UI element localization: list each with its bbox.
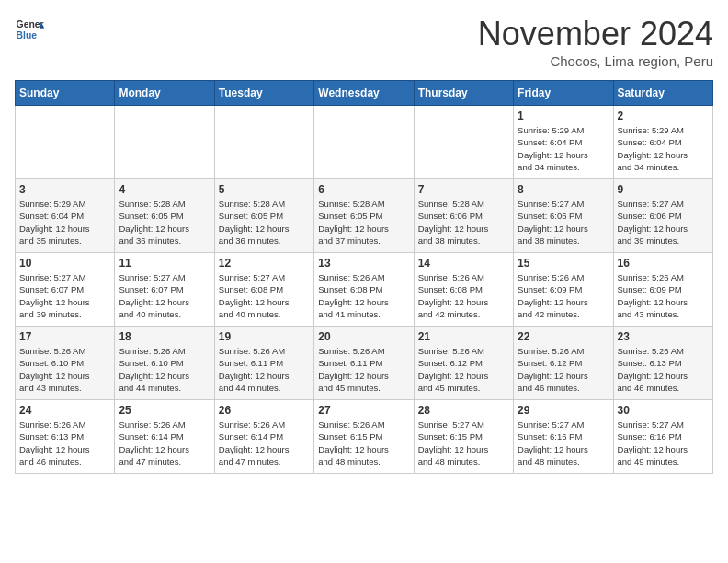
- day-info: Sunrise: 5:27 AM Sunset: 6:07 PM Dayligh…: [19, 271, 110, 320]
- day-cell: 14Sunrise: 5:26 AM Sunset: 6:08 PM Dayli…: [414, 253, 513, 327]
- week-row-5: 24Sunrise: 5:26 AM Sunset: 6:13 PM Dayli…: [16, 400, 713, 474]
- day-cell: 7Sunrise: 5:28 AM Sunset: 6:06 PM Daylig…: [414, 179, 513, 253]
- day-cell: 22Sunrise: 5:26 AM Sunset: 6:12 PM Dayli…: [514, 327, 613, 400]
- day-cell: 10Sunrise: 5:27 AM Sunset: 6:07 PM Dayli…: [16, 253, 115, 327]
- day-number: 29: [518, 404, 609, 417]
- day-number: 11: [119, 257, 210, 270]
- day-number: 27: [318, 404, 409, 417]
- day-header-sunday: Sunday: [16, 81, 115, 106]
- day-cell: 4Sunrise: 5:28 AM Sunset: 6:05 PM Daylig…: [115, 179, 214, 253]
- day-info: Sunrise: 5:26 AM Sunset: 6:14 PM Dayligh…: [119, 419, 210, 467]
- day-info: Sunrise: 5:26 AM Sunset: 6:12 PM Dayligh…: [418, 345, 509, 394]
- day-number: 10: [19, 257, 110, 270]
- day-info: Sunrise: 5:26 AM Sunset: 6:13 PM Dayligh…: [19, 419, 110, 467]
- day-cell: 20Sunrise: 5:26 AM Sunset: 6:11 PM Dayli…: [314, 327, 414, 400]
- day-number: 19: [219, 330, 310, 343]
- day-info: Sunrise: 5:26 AM Sunset: 6:15 PM Dayligh…: [318, 419, 409, 467]
- day-cell: 15Sunrise: 5:26 AM Sunset: 6:09 PM Dayli…: [514, 253, 613, 327]
- day-cell: 2Sunrise: 5:29 AM Sunset: 6:04 PM Daylig…: [613, 106, 712, 179]
- day-number: 18: [119, 330, 210, 343]
- day-number: 4: [119, 183, 210, 196]
- day-cell: [115, 106, 214, 179]
- title-area: November 2024 Chocos, Lima region, Peru: [478, 15, 713, 69]
- day-cell: 19Sunrise: 5:26 AM Sunset: 6:11 PM Dayli…: [214, 327, 313, 400]
- day-cell: 16Sunrise: 5:26 AM Sunset: 6:09 PM Dayli…: [613, 253, 712, 327]
- day-info: Sunrise: 5:27 AM Sunset: 6:16 PM Dayligh…: [518, 419, 609, 467]
- day-number: 17: [19, 330, 110, 343]
- day-info: Sunrise: 5:26 AM Sunset: 6:08 PM Dayligh…: [318, 271, 409, 320]
- day-number: 6: [318, 183, 409, 196]
- day-cell: 23Sunrise: 5:26 AM Sunset: 6:13 PM Dayli…: [613, 327, 712, 400]
- day-number: 23: [618, 330, 709, 343]
- day-info: Sunrise: 5:26 AM Sunset: 6:13 PM Dayligh…: [618, 345, 709, 394]
- day-number: 2: [618, 109, 709, 122]
- day-cell: 29Sunrise: 5:27 AM Sunset: 6:16 PM Dayli…: [514, 400, 613, 474]
- day-number: 22: [518, 330, 609, 343]
- day-info: Sunrise: 5:27 AM Sunset: 6:06 PM Dayligh…: [518, 198, 609, 247]
- day-number: 9: [618, 183, 709, 196]
- week-row-2: 3Sunrise: 5:29 AM Sunset: 6:04 PM Daylig…: [16, 179, 713, 253]
- day-info: Sunrise: 5:29 AM Sunset: 6:04 PM Dayligh…: [518, 124, 609, 173]
- day-info: Sunrise: 5:26 AM Sunset: 6:09 PM Dayligh…: [518, 271, 609, 320]
- day-cell: 30Sunrise: 5:27 AM Sunset: 6:16 PM Dayli…: [613, 400, 712, 474]
- day-number: 30: [618, 404, 709, 417]
- day-info: Sunrise: 5:27 AM Sunset: 6:16 PM Dayligh…: [618, 419, 709, 467]
- day-cell: [16, 106, 115, 179]
- week-row-3: 10Sunrise: 5:27 AM Sunset: 6:07 PM Dayli…: [16, 253, 713, 327]
- day-info: Sunrise: 5:28 AM Sunset: 6:05 PM Dayligh…: [219, 198, 310, 247]
- day-cell: [414, 106, 513, 179]
- day-cell: 21Sunrise: 5:26 AM Sunset: 6:12 PM Dayli…: [414, 327, 513, 400]
- day-info: Sunrise: 5:28 AM Sunset: 6:06 PM Dayligh…: [418, 198, 509, 247]
- month-title: November 2024: [478, 15, 713, 53]
- day-info: Sunrise: 5:26 AM Sunset: 6:09 PM Dayligh…: [618, 271, 709, 320]
- day-info: Sunrise: 5:28 AM Sunset: 6:05 PM Dayligh…: [318, 198, 409, 247]
- day-number: 13: [318, 257, 409, 270]
- day-cell: 11Sunrise: 5:27 AM Sunset: 6:07 PM Dayli…: [115, 253, 214, 327]
- day-header-monday: Monday: [115, 81, 214, 106]
- day-info: Sunrise: 5:27 AM Sunset: 6:06 PM Dayligh…: [618, 198, 709, 247]
- day-number: 5: [219, 183, 310, 196]
- logo: General Blue: [15, 15, 44, 44]
- day-cell: 3Sunrise: 5:29 AM Sunset: 6:04 PM Daylig…: [16, 179, 115, 253]
- subtitle: Chocos, Lima region, Peru: [478, 53, 713, 69]
- day-number: 20: [318, 330, 409, 343]
- day-number: 21: [418, 330, 509, 343]
- day-cell: 26Sunrise: 5:26 AM Sunset: 6:14 PM Dayli…: [214, 400, 313, 474]
- day-info: Sunrise: 5:26 AM Sunset: 6:12 PM Dayligh…: [518, 345, 609, 394]
- day-number: 8: [518, 183, 609, 196]
- day-number: 26: [219, 404, 310, 417]
- day-info: Sunrise: 5:26 AM Sunset: 6:10 PM Dayligh…: [119, 345, 210, 394]
- svg-text:Blue: Blue: [17, 30, 38, 40]
- day-header-thursday: Thursday: [414, 81, 513, 106]
- day-cell: 1Sunrise: 5:29 AM Sunset: 6:04 PM Daylig…: [514, 106, 613, 179]
- day-cell: 9Sunrise: 5:27 AM Sunset: 6:06 PM Daylig…: [613, 179, 712, 253]
- day-info: Sunrise: 5:26 AM Sunset: 6:08 PM Dayligh…: [418, 271, 509, 320]
- day-cell: 25Sunrise: 5:26 AM Sunset: 6:14 PM Dayli…: [115, 400, 214, 474]
- day-cell: [314, 106, 414, 179]
- day-cell: 12Sunrise: 5:27 AM Sunset: 6:08 PM Dayli…: [214, 253, 313, 327]
- day-cell: 5Sunrise: 5:28 AM Sunset: 6:05 PM Daylig…: [214, 179, 313, 253]
- day-cell: 17Sunrise: 5:26 AM Sunset: 6:10 PM Dayli…: [16, 327, 115, 400]
- day-cell: 18Sunrise: 5:26 AM Sunset: 6:10 PM Dayli…: [115, 327, 214, 400]
- day-info: Sunrise: 5:27 AM Sunset: 6:15 PM Dayligh…: [418, 419, 509, 467]
- day-cell: [214, 106, 313, 179]
- day-number: 1: [518, 109, 609, 122]
- week-row-1: 1Sunrise: 5:29 AM Sunset: 6:04 PM Daylig…: [16, 106, 713, 179]
- day-info: Sunrise: 5:29 AM Sunset: 6:04 PM Dayligh…: [618, 124, 709, 173]
- day-header-friday: Friday: [514, 81, 613, 106]
- day-number: 16: [618, 257, 709, 270]
- day-number: 15: [518, 257, 609, 270]
- day-cell: 24Sunrise: 5:26 AM Sunset: 6:13 PM Dayli…: [16, 400, 115, 474]
- day-cell: 27Sunrise: 5:26 AM Sunset: 6:15 PM Dayli…: [314, 400, 414, 474]
- week-row-4: 17Sunrise: 5:26 AM Sunset: 6:10 PM Dayli…: [16, 327, 713, 400]
- day-header-tuesday: Tuesday: [214, 81, 313, 106]
- day-cell: 8Sunrise: 5:27 AM Sunset: 6:06 PM Daylig…: [514, 179, 613, 253]
- calendar-table: SundayMondayTuesdayWednesdayThursdayFrid…: [15, 80, 713, 474]
- day-info: Sunrise: 5:29 AM Sunset: 6:04 PM Dayligh…: [19, 198, 110, 247]
- day-info: Sunrise: 5:28 AM Sunset: 6:05 PM Dayligh…: [119, 198, 210, 247]
- day-header-saturday: Saturday: [613, 81, 712, 106]
- day-number: 28: [418, 404, 509, 417]
- day-number: 7: [418, 183, 509, 196]
- day-info: Sunrise: 5:26 AM Sunset: 6:11 PM Dayligh…: [219, 345, 310, 394]
- day-number: 24: [19, 404, 110, 417]
